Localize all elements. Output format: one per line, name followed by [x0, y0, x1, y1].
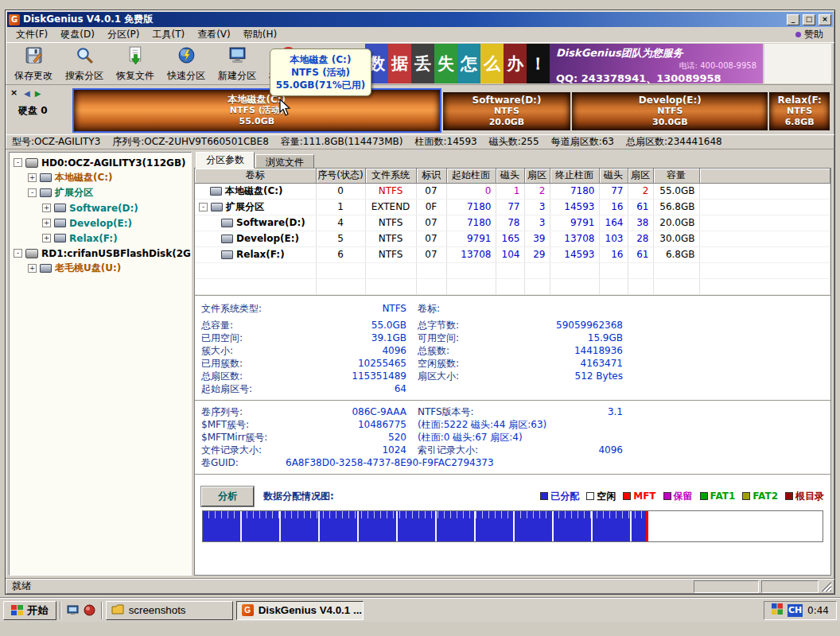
search-partition-button[interactable]: 搜索分区 [60, 44, 109, 83]
col-start-head[interactable]: 磁头 [496, 169, 524, 183]
tree-item-label: Develop(E:) [69, 218, 132, 229]
new-partition-button[interactable]: 新建分区 [212, 44, 262, 83]
tree-item-local-c[interactable]: + 本地磁盘(C:) [10, 170, 191, 185]
partition-size: 6.8GB [769, 117, 830, 128]
col-start-sector[interactable]: 扇区 [524, 169, 550, 183]
titlebar[interactable]: G DiskGenius V4.0.1 免费版 _ □ × [7, 12, 833, 27]
tooltip-line: 55.0GB(71%已用) [274, 79, 368, 91]
start-button[interactable]: 开始 [3, 601, 56, 620]
table-row-extended[interactable]: -扩展分区 1 EXTEND 0F 7180 77 3 14593 16 61 … [195, 199, 830, 215]
tree-item-develop-e[interactable]: + Develop(E:) [10, 215, 191, 231]
ad-banner[interactable]: 数 据 丢 失 怎 么 办 ！ DiskGenius团队为您服务 电话: 400… [365, 44, 763, 83]
details-separator [195, 474, 830, 475]
free-clusters-label: 空闲簇数: [406, 357, 543, 370]
partition-block-f[interactable]: Relax(F: NTFS 6.8GB [769, 92, 830, 130]
table-row-relax-f[interactable]: Relax(F:) 6 NTFS 07 13708 104 29 14593 1… [195, 246, 830, 262]
task-diskgenius[interactable]: G DiskGenius V4.0.1 ... [236, 601, 364, 620]
tree-item-software-d[interactable]: + Software(D:) [10, 200, 191, 215]
used-space-label: 已用空间: [201, 332, 286, 344]
mft-cluster-label: $MFT簇号: [201, 418, 286, 431]
ad-tile: 么 [480, 44, 504, 83]
partition-block-e[interactable]: Develop(E:) NTFS 30.0GB [572, 92, 768, 130]
table-row-local-c[interactable]: 本地磁盘(C:) 0 NTFS 07 0 1 2 7180 77 2 55.0G… [195, 183, 830, 199]
col-index-status[interactable]: 序号(状态) [316, 169, 365, 183]
col-id[interactable]: 标识 [416, 169, 446, 183]
menu-partition[interactable]: 分区(P) [102, 27, 146, 42]
toolbar-label: 新建分区 [218, 69, 256, 83]
analyze-button[interactable]: 分析 [201, 487, 254, 506]
statusbar-panel [761, 580, 819, 593]
tree-item-relax-f[interactable]: + Relax(F:) [10, 231, 191, 246]
save-changes-button[interactable]: 保存更改 [9, 44, 58, 83]
free-clusters-value: 4163471 [543, 357, 623, 370]
task-label: screenshots [129, 604, 186, 616]
tree-item-usb-u[interactable]: + 老毛桃U盘(U:) [10, 261, 191, 276]
menu-disk[interactable]: 硬盘(D) [55, 27, 100, 42]
partition-icon [210, 187, 222, 196]
col-end-head[interactable]: 磁头 [599, 169, 628, 183]
collapse-icon[interactable]: - [199, 203, 208, 211]
show-desktop-icon[interactable] [66, 603, 80, 617]
tray-color-icon[interactable] [772, 603, 783, 617]
partition-icon [54, 219, 66, 227]
ad-tile: 丢 [411, 44, 434, 83]
tree-item-extended[interactable]: - 扩展分区 [10, 185, 191, 200]
used-space-value: 39.1GB [286, 332, 406, 344]
tree-item-hd0[interactable]: - HD0:OCZ-AGILITY3(112GB) [10, 155, 191, 170]
language-indicator[interactable]: CH [788, 604, 803, 617]
tree-item-rd1[interactable]: - RD1:crifanUSBFlashDisk(2G [10, 246, 191, 261]
partition-block-c[interactable]: 本地磁盘(C:) NTFS (活动) 55.0GB [72, 88, 441, 133]
prev-disk-icon[interactable]: ◀ [24, 89, 30, 98]
expand-icon[interactable]: + [42, 204, 51, 212]
table-row-software-d[interactable]: Software(D:) 4 NTFS 07 7180 78 3 9791 16… [195, 215, 830, 231]
recover-files-button[interactable]: 恢复文件 [111, 44, 160, 83]
partition-icon [221, 250, 233, 259]
collapse-icon[interactable]: - [14, 249, 22, 258]
partition-name: Relax(F: [769, 95, 830, 106]
menu-tools[interactable]: 工具(T) [146, 27, 190, 42]
tab-browse-files[interactable]: 浏览文件 [255, 154, 314, 169]
menu-file[interactable]: 文件(F) [10, 27, 53, 42]
legend-swatch [586, 492, 594, 500]
disk-icon [25, 158, 38, 168]
clock[interactable]: 0:44 [807, 605, 829, 616]
col-end-cylinder[interactable]: 终止柱面 [550, 169, 599, 183]
tab-partition-params[interactable]: 分区参数 [196, 152, 255, 169]
table-row-develop-e[interactable]: Develop(E:) 5 NTFS 07 9791 165 39 13708 … [195, 231, 830, 246]
task-screenshots[interactable]: screenshots [106, 601, 233, 620]
system-tray: CH 0:44 [764, 601, 837, 620]
col-filesystem[interactable]: 文件系统 [365, 169, 416, 183]
status-text: 就绪 [12, 580, 31, 593]
menubar: 文件(F) 硬盘(D) 分区(P) 工具(T) 查看(V) 帮助(H) 赞助 [6, 27, 834, 42]
collapse-icon[interactable]: - [28, 188, 37, 197]
col-end-sector[interactable]: 扇区 [628, 169, 653, 183]
next-disk-icon[interactable]: ▶ [35, 89, 41, 98]
expand-icon[interactable]: + [28, 264, 37, 273]
col-volume-label[interactable]: 卷标 [195, 169, 316, 183]
ad-tile: 失 [434, 44, 457, 83]
sponsor-link[interactable]: 赞助 [795, 28, 830, 41]
quick-partition-button[interactable]: 快速分区 [161, 44, 211, 83]
menu-help[interactable]: 帮助(H) [238, 27, 282, 42]
col-start-cylinder[interactable]: 起始柱面 [446, 169, 496, 183]
close-button[interactable]: × [819, 14, 831, 25]
collapse-icon[interactable]: - [14, 158, 22, 167]
expand-icon[interactable]: + [42, 234, 51, 242]
minimize-button[interactable]: _ [787, 14, 799, 25]
partition-params-panel: 卷标 序号(状态) 文件系统 标识 起始柱面 磁头 扇区 终止柱面 磁头 扇区 … [194, 168, 831, 576]
tree-item-label: HD0:OCZ-AGILITY3(112GB) [41, 157, 186, 169]
mftmirr-chs-value: (柱面:0 磁头:67 扇区:4) [406, 431, 623, 444]
menu-view[interactable]: 查看(V) [192, 27, 236, 42]
expand-icon[interactable]: + [28, 173, 37, 182]
diskbar-close-icon[interactable]: × [9, 88, 19, 99]
col-capacity[interactable]: 容量 [653, 169, 699, 183]
partition-block-d[interactable]: Software(D:) NTFS 20.0GB [443, 92, 571, 130]
ad-tile: 办 [504, 44, 527, 83]
allocation-map-bar [202, 510, 823, 542]
expand-icon[interactable]: + [42, 219, 51, 227]
resize-grip[interactable] [821, 581, 831, 591]
maximize-button[interactable]: □ [803, 14, 815, 25]
quick-launch-app-icon[interactable] [83, 603, 96, 617]
file-record-size-label: 文件记录大小: [201, 444, 286, 456]
statusbar: 就绪 [6, 578, 834, 594]
